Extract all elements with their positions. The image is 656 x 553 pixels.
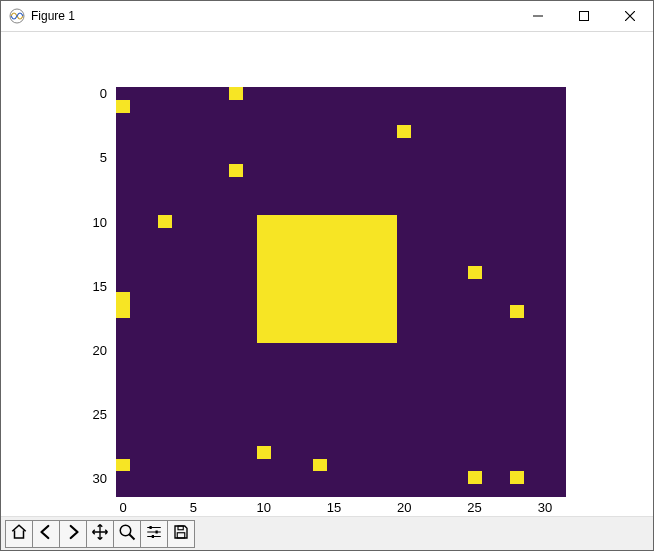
save-icon	[172, 523, 190, 544]
figure-window: Figure 1 051015202530051015202530	[0, 0, 654, 551]
svg-rect-1	[580, 12, 589, 21]
arrow-left-icon	[37, 523, 55, 544]
x-tick-label: 20	[397, 500, 411, 515]
back-button[interactable]	[32, 520, 60, 548]
plot-axes	[116, 87, 566, 497]
y-tick-label: 25	[93, 406, 107, 421]
grid-cell	[468, 471, 482, 484]
x-tick-label: 30	[538, 500, 552, 515]
svg-rect-4	[156, 531, 158, 534]
grid-cell	[158, 215, 172, 228]
forward-button[interactable]	[59, 520, 87, 548]
svg-rect-5	[152, 535, 154, 538]
svg-rect-6	[178, 526, 183, 530]
grid-cell	[397, 125, 411, 138]
app-icon	[9, 8, 25, 24]
grid-cell	[510, 471, 524, 484]
grid-cell	[257, 446, 271, 459]
grid-cell	[116, 305, 130, 318]
grid-cell	[116, 459, 130, 472]
navigation-toolbar	[1, 516, 653, 550]
zoom-button[interactable]	[113, 520, 141, 548]
home-button[interactable]	[5, 520, 33, 548]
y-tick-label: 20	[93, 342, 107, 357]
svg-rect-7	[177, 533, 185, 538]
close-button[interactable]	[607, 1, 653, 31]
sliders-icon	[145, 523, 163, 544]
move-icon	[91, 523, 109, 544]
grid-cell	[468, 266, 482, 279]
x-tick-label: 0	[119, 500, 126, 515]
y-tick-label: 10	[93, 214, 107, 229]
x-tick-label: 10	[256, 500, 270, 515]
x-tick-label: 25	[467, 500, 481, 515]
y-tick-label: 30	[93, 470, 107, 485]
grid-cell	[229, 87, 243, 100]
titlebar: Figure 1	[1, 1, 653, 32]
pan-button[interactable]	[86, 520, 114, 548]
grid-cell	[229, 164, 243, 177]
figure-canvas[interactable]: 051015202530051015202530	[1, 32, 653, 516]
x-tick-label: 15	[327, 500, 341, 515]
grid-cell	[116, 292, 130, 305]
svg-point-2	[120, 525, 131, 536]
grid-cell	[313, 459, 327, 472]
y-tick-label: 15	[93, 278, 107, 293]
magnifier-icon	[118, 523, 136, 544]
maximize-button[interactable]	[561, 1, 607, 31]
window-title: Figure 1	[31, 9, 75, 23]
configure-button[interactable]	[140, 520, 168, 548]
save-button[interactable]	[167, 520, 195, 548]
x-tick-label: 5	[190, 500, 197, 515]
grid-cell	[510, 305, 524, 318]
svg-rect-3	[150, 526, 152, 529]
grid-cell	[116, 100, 130, 113]
y-tick-label: 5	[100, 150, 107, 165]
home-icon	[10, 523, 28, 544]
grid-cell	[257, 215, 398, 343]
arrow-right-icon	[64, 523, 82, 544]
y-tick-label: 0	[100, 86, 107, 101]
minimize-button[interactable]	[515, 1, 561, 31]
